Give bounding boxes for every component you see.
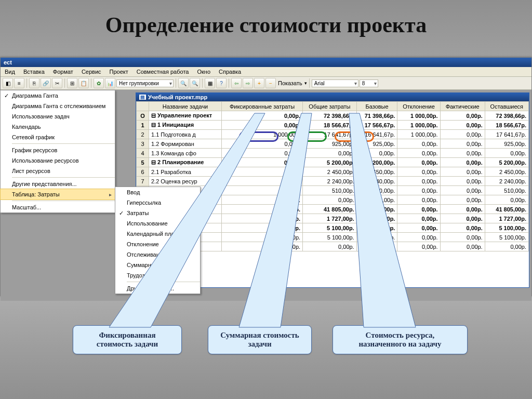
- cell-value[interactable]: 2 450,00р.: [356, 167, 397, 177]
- cell-value[interactable]: 5 100,00р.: [485, 233, 528, 242]
- cell-value[interactable]: 0,00р.: [222, 149, 303, 158]
- cell-value[interactable]: 0,00р.: [440, 205, 485, 214]
- task-name[interactable]: 2.2 Оценка ресур: [149, 177, 222, 186]
- cell-value[interactable]: 1 727,00р.: [356, 214, 397, 223]
- cell-value[interactable]: 72 398,66р.: [485, 111, 528, 121]
- cell-value[interactable]: 0,00р.: [440, 177, 485, 186]
- menu-Проект[interactable]: Проект: [105, 67, 132, 76]
- row-number[interactable]: 1: [137, 121, 149, 130]
- cell-value[interactable]: 0,00р.: [222, 242, 303, 251]
- cell-value[interactable]: 0,00р.: [356, 242, 397, 251]
- cell-value[interactable]: 0,00р.: [440, 223, 485, 233]
- cell-value[interactable]: 0,00р.: [440, 167, 485, 177]
- cell-value[interactable]: 5 100,00р.: [356, 223, 397, 233]
- cell-value[interactable]: 71 398,66р.: [356, 111, 397, 121]
- cell-value[interactable]: 5 200,00р.: [356, 158, 397, 167]
- col-header[interactable]: [137, 102, 149, 111]
- cell-value[interactable]: 0,00р.: [440, 242, 485, 251]
- cell-value[interactable]: 0,00р.: [222, 158, 303, 167]
- table-row[interactable]: 6 2.1 Разработка0,00р.2 450,00р.2 450,00…: [137, 167, 529, 177]
- zoom-out-icon[interactable]: 🔍: [178, 78, 189, 88]
- submenu-item[interactable]: Трудозатраты: [115, 270, 200, 281]
- cell-value[interactable]: 2 240,00р.: [356, 177, 397, 186]
- submenu-item[interactable]: Отклонение: [115, 239, 200, 249]
- cell-value[interactable]: 0,00р.: [222, 139, 303, 149]
- cell-value[interactable]: 0,00р.: [397, 214, 440, 223]
- cell-value[interactable]: 2 240,00р.: [485, 177, 528, 186]
- cell-value[interactable]: 2 450,00р.: [485, 167, 528, 177]
- cell-value[interactable]: 1 000,00р.: [397, 111, 440, 121]
- cell-value[interactable]: 0,00р.: [440, 111, 485, 121]
- view-menu-item[interactable]: Таблица: Затраты: [1, 189, 115, 200]
- row-number[interactable]: 3: [137, 139, 149, 149]
- menu-Вид[interactable]: Вид: [1, 67, 19, 76]
- toolbar-button[interactable]: 📋: [78, 78, 89, 88]
- cell-value[interactable]: 0,00р.: [222, 233, 303, 242]
- cell-value[interactable]: 0,00р.: [222, 214, 303, 223]
- view-menu-item[interactable]: Использование задач: [1, 111, 115, 122]
- table-row[interactable]: 4 1.3 Команда сфо0,00р.0,00р.0,00р.0,00р…: [137, 149, 529, 158]
- row-number[interactable]: 2: [137, 130, 149, 139]
- view-menu-item[interactable]: График ресурсов: [1, 145, 115, 155]
- submenu-item[interactable]: Другие таблицы...: [115, 283, 200, 294]
- cell-value[interactable]: 0,00р.: [440, 130, 485, 139]
- menu-Сервис[interactable]: Сервис: [77, 67, 105, 76]
- cell-value[interactable]: 510,00р.: [485, 186, 528, 195]
- cell-value[interactable]: 0,00р.: [222, 177, 303, 186]
- cell-value[interactable]: 0,00р.: [222, 186, 303, 195]
- cell-value[interactable]: 16 641,67р.: [356, 130, 397, 139]
- show-label[interactable]: Показать: [278, 80, 302, 86]
- cell-value[interactable]: 0,00р.: [397, 233, 440, 242]
- menu-Справка[interactable]: Справка: [215, 67, 245, 76]
- nav-back-icon[interactable]: ⇦: [231, 78, 242, 88]
- cell-value[interactable]: 0,00р.: [222, 195, 303, 205]
- row-number[interactable]: О: [137, 111, 149, 121]
- submenu-item[interactable]: Ввод: [115, 187, 200, 197]
- cell-value[interactable]: 0,00р.: [397, 223, 440, 233]
- task-name[interactable]: ⊟ 2 Планирование: [149, 158, 222, 167]
- toolbar-button[interactable]: ◧: [3, 78, 13, 88]
- cell-value[interactable]: 17 641,67р.: [485, 130, 528, 139]
- cell-value[interactable]: 1 000,00р.: [397, 121, 440, 130]
- cell-value[interactable]: 5 100,00р.: [485, 223, 528, 233]
- cell-value[interactable]: 18 566,67р.: [485, 121, 528, 130]
- view-menu-item[interactable]: Лист ресурсов: [1, 166, 115, 176]
- cell-value[interactable]: 17 641,67р.: [303, 130, 357, 139]
- cell-value[interactable]: 0,00р.: [397, 177, 440, 186]
- col-header[interactable]: Оставшиеся: [485, 102, 528, 111]
- view-menu-item[interactable]: Сетевой график: [1, 132, 115, 142]
- row-number[interactable]: 4: [137, 149, 149, 158]
- cell-value[interactable]: 0,00р.: [397, 158, 440, 167]
- cell-value[interactable]: 0,00р.: [440, 233, 485, 242]
- submenu-item[interactable]: Суммарные данные: [115, 260, 200, 270]
- cell-value[interactable]: 1 000,00р.: [222, 130, 303, 139]
- menu-Вставка[interactable]: Вставка: [19, 67, 49, 76]
- cell-value[interactable]: 5 100,00р.: [303, 223, 357, 233]
- row-number[interactable]: 6: [137, 167, 149, 177]
- task-name[interactable]: 2.1 Разработка: [149, 167, 222, 177]
- toolbar-button[interactable]: 📊: [105, 78, 115, 88]
- col-header[interactable]: Фактические: [440, 102, 485, 111]
- cell-value[interactable]: 925,00р.: [303, 139, 357, 149]
- menu-Окно[interactable]: Окно: [193, 67, 215, 76]
- cell-value[interactable]: 5 200,00р.: [485, 158, 528, 167]
- cell-value[interactable]: 0,00р.: [222, 205, 303, 214]
- cell-value[interactable]: 72 398,66р.: [303, 111, 357, 121]
- cell-value[interactable]: 41 805,00р.: [485, 205, 528, 214]
- cell-value[interactable]: 1 000,00р.: [397, 130, 440, 139]
- cell-value[interactable]: 510,00р.: [356, 186, 397, 195]
- view-menu-item[interactable]: ✓Диаграмма Ганта: [1, 90, 115, 101]
- view-menu-item[interactable]: Масштаб...: [1, 202, 115, 212]
- cell-value[interactable]: 0,00р.: [356, 149, 397, 158]
- cell-value[interactable]: 18 566,67р.: [303, 121, 357, 130]
- task-name[interactable]: 1.1 Подготовка д: [149, 130, 222, 139]
- table-row[interactable]: 3 1.2 Формирован0,00р.925,00р.925,00р.0,…: [137, 139, 529, 149]
- cell-value[interactable]: 0,00р.: [303, 242, 357, 251]
- cell-value[interactable]: 0,00р.: [397, 205, 440, 214]
- submenu-item[interactable]: ✓Затраты: [115, 208, 200, 218]
- toolbar-button[interactable]: ≡: [14, 78, 24, 88]
- cell-value[interactable]: 0,00р.: [397, 139, 440, 149]
- cell-value[interactable]: 0,00р.: [397, 167, 440, 177]
- cell-value[interactable]: 925,00р.: [485, 139, 528, 149]
- cell-value[interactable]: 0,00р.: [440, 214, 485, 223]
